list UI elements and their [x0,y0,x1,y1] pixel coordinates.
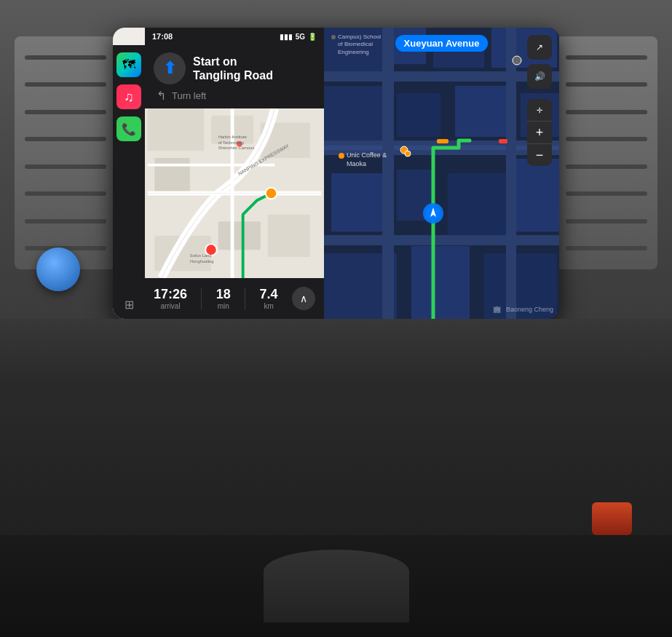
trip-divider-2 [245,288,245,309]
right-lever [592,502,632,535]
svg-point-53 [405,151,411,157]
zoom-controls: ✛ + − [527,99,552,166]
svg-rect-34 [331,173,382,232]
poi-school-label: Campus) School of Biomedical Engineering [331,33,381,56]
svg-rect-1 [148,108,205,151]
trip-info-bar: 17:26 arrival 18 min 7.4 km [145,278,324,319]
distance-value: 7.4 [260,288,278,301]
nav-primary-text: Start onTangling Road [193,55,273,82]
turn-left-icon: ↰ [157,89,166,103]
distance-group: 7.4 km [260,288,278,310]
trip-divider-1 [201,288,202,309]
music-app-icon[interactable]: ♫ [116,84,141,109]
svg-rect-31 [397,93,440,137]
time-display: 17:08 [152,32,173,41]
left-panel: 🗺 ♫ 📞 ⊞ 17:08 ▮▮▮ [113,28,324,319]
map-controls: ↗ 🔊 ✛ + − [527,35,552,166]
nav-secondary-text: Turn left [172,90,206,101]
share-map-button[interactable]: ↗ [527,35,552,60]
svg-rect-46 [324,235,559,245]
pan-icon: ✛ [527,99,552,121]
nav-primary-instruction: ⬆ Start onTangling Road [154,52,315,84]
nav-instruction-card: ⬆ Start onTangling Road ↰ Turn left [145,45,324,108]
steering-column [264,550,409,622]
svg-point-13 [266,188,277,199]
svg-text:of Technology: of Technology [218,141,245,145]
svg-rect-47 [437,139,448,143]
svg-text:Harbin Institute: Harbin Institute [218,135,247,139]
status-bar: 17:08 ▮▮▮ 5G 🔋 [145,28,324,45]
svg-rect-37 [513,159,559,232]
trip-expand-button[interactable]: ∧ [292,287,315,310]
signal-bars-icon: ▮▮▮ [280,33,293,41]
svg-text:Shenzhen Camous: Shenzhen Camous [218,146,255,150]
svg-rect-7 [268,215,310,257]
arrival-time-value: 17:26 [154,288,187,301]
right-vent [556,36,657,269]
map-attribution: 🏢 Baoneng Cheng [493,306,553,313]
zoom-out-button[interactable]: − [527,144,552,166]
svg-point-54 [513,56,521,65]
svg-rect-45 [324,71,559,82]
svg-rect-32 [455,86,513,137]
svg-text:Sofun Land: Sofun Land [190,253,212,258]
duration-label: min [218,302,229,310]
dashboard-lower: ❄ 4 3 2 1 0 ⬛ [0,319,672,637]
svg-rect-36 [448,173,506,239]
phone-app-icon[interactable]: 📞 [116,116,141,141]
svg-rect-39 [411,246,470,319]
direction-arrow-icon: ⬆ [163,59,176,78]
road-name-label: Xueyuan Avenue [395,35,489,52]
battery-icon: 🔋 [308,33,317,41]
left-handle [36,248,80,291]
arrival-label: arrival [160,302,180,310]
status-icons: ▮▮▮ 5G 🔋 [280,33,317,41]
svg-text:NGSHANCUN: NGSHANCUN [158,277,190,278]
main-map-svg [324,28,559,319]
duration-group: 18 min [216,288,231,310]
svg-rect-6 [218,221,261,250]
svg-point-18 [207,245,215,252]
svg-text:Honghualing: Honghualing [190,259,214,264]
nav-direction-icon-circle: ⬆ [154,52,186,84]
volume-button[interactable]: 🔊 [527,64,552,89]
app-sidebar: 🗺 ♫ 📞 ⊞ [113,45,145,319]
map-preview-svg: NANPING EXPRESSWAY NGSHANCUN MEMORIAL AR… [145,108,324,278]
left-vent [15,36,116,269]
svg-rect-3 [154,158,190,194]
duration-value: 18 [216,288,231,301]
grid-icon[interactable]: ⊞ [124,298,134,312]
svg-rect-48 [499,139,507,143]
infotainment-screen: 🗺 ♫ 📞 ⊞ 17:08 ▮▮▮ [113,28,559,319]
map-preview: NANPING EXPRESSWAY NGSHANCUN MEMORIAL AR… [145,108,324,278]
network-type: 5G [296,33,305,41]
distance-label: km [264,302,273,310]
dashboard: 🗺 ♫ 📞 ⊞ 17:08 ▮▮▮ [0,0,672,637]
steering-area [0,535,672,637]
poi-coffee-label: Unic Coffee & Maoka [339,151,387,168]
nav-secondary-instruction: ↰ Turn left [154,89,315,103]
maps-app-icon[interactable]: 🗺 [116,52,141,77]
zoom-in-button[interactable]: + [527,122,552,143]
left-panel-content: 17:08 ▮▮▮ 5G 🔋 ⬆ [145,28,324,319]
carplay-display: 🗺 ♫ 📞 ⊞ 17:08 ▮▮▮ [113,28,559,319]
map-panel: Xueyuan Avenue Unic Coffee & Maoka Campu… [324,28,559,319]
arrival-time-group: 17:26 arrival [154,288,187,310]
svg-rect-30 [324,86,390,144]
